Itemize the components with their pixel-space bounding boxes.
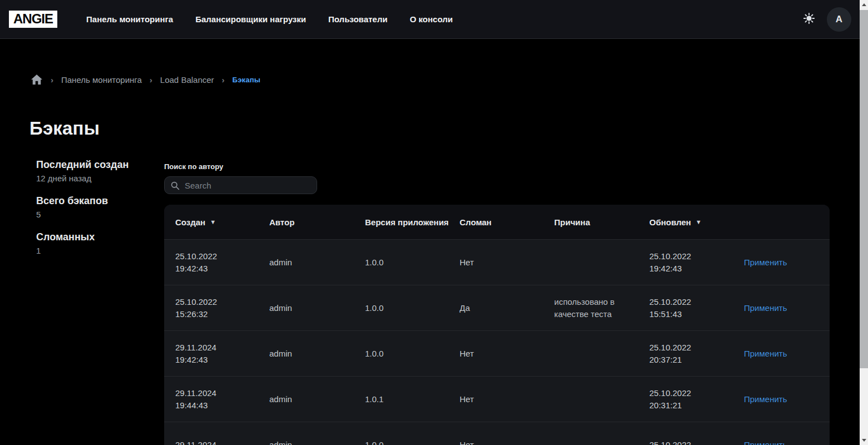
cell-updated: 25.10.2022 19:42:43 [649,250,744,275]
table-row: 29.11.2024 admin 1.0.0 Нет 25.10.2022 Пр… [164,422,830,445]
breadcrumb-item-load-balancer[interactable]: Load Balancer [160,75,214,85]
caret-down-icon: ▼ [210,219,216,225]
cell-actions: Применить [744,303,830,313]
apply-backup-link[interactable]: Применить [744,258,787,267]
theme-toggle-button[interactable] [799,9,819,29]
nav-item-users[interactable]: Пользователи [328,14,387,24]
table-row: 29.11.2024 19:44:43 admin 1.0.1 Нет 25.1… [164,376,830,422]
cell-actions: Применить [744,394,830,404]
cell-created: 29.11.2024 [175,439,269,445]
stat-value: 5 [36,207,159,221]
column-header-reason: Причина [554,217,649,227]
search-box[interactable] [164,176,317,194]
stat-label: Всего бэкапов [36,194,159,207]
cell-broken: Нет [460,394,554,404]
updated-time: 20:37:21 [649,354,735,366]
stat-value: 12 дней назад [36,171,159,185]
column-header-updated[interactable]: Обновлен ▼ [649,217,744,227]
cell-version: 1.0.1 [365,394,460,404]
nav-item-dashboard[interactable]: Панель мониторинга [86,14,173,24]
search-label: Поиск по автору [164,162,317,171]
scroll-up-button[interactable] [860,0,868,9]
cell-broken: Да [460,303,554,313]
created-date: 25.10.2022 [175,296,260,308]
user-avatar[interactable]: A [827,7,851,32]
created-date: 25.10.2022 [175,250,260,263]
apply-backup-link[interactable]: Применить [744,440,787,445]
stat-value: 1 [36,244,159,258]
breadcrumb-separator: › [222,75,225,85]
angie-logo[interactable]: ANGIE [9,11,57,28]
cell-author: admin [269,440,365,445]
created-time: 19:44:43 [175,399,260,412]
vertical-scrollbar[interactable] [860,0,868,445]
stat-last-created: Последний создан 12 дней назад [36,158,159,185]
search-icon [170,181,180,190]
column-header-broken: Сломан [460,217,554,227]
cell-version: 1.0.0 [365,258,460,267]
top-navbar: ANGIE Панель мониторинга Балансировщики … [0,0,860,39]
updated-time: 19:42:43 [649,263,735,275]
cell-created: 25.10.2022 15:26:32 [175,296,269,320]
home-icon[interactable] [31,74,43,85]
stat-label: Последний создан [36,158,159,171]
created-time: 19:42:43 [175,354,260,366]
cell-broken: Нет [460,440,554,445]
apply-backup-link[interactable]: Применить [744,349,787,358]
stat-label: Сломанных [36,230,159,244]
cell-created: 29.11.2024 19:44:43 [175,387,269,412]
updated-date: 25.10.2022 [649,439,735,445]
updated-date: 25.10.2022 [649,387,735,399]
updated-time: 15:51:43 [649,308,735,320]
breadcrumb-separator: › [51,75,53,85]
created-date: 29.11.2024 [175,387,260,399]
updated-date: 25.10.2022 [649,342,735,354]
apply-backup-link[interactable]: Применить [744,303,787,313]
cell-created: 25.10.2022 19:42:43 [175,250,269,275]
backups-table: Создан ▼ Автор Версия приложения Сломан … [164,205,830,445]
sun-icon [803,12,815,27]
created-time: 15:26:32 [175,308,260,320]
scrollbar-thumb[interactable] [860,10,868,368]
cell-broken: Нет [460,258,554,267]
caret-down-icon: ▼ [696,219,702,225]
updated-date: 25.10.2022 [649,250,735,263]
cell-author: admin [269,258,365,267]
nav-item-about[interactable]: О консоли [410,14,452,24]
search-input[interactable] [185,181,311,190]
breadcrumb-current-backups: Бэкапы [233,76,260,84]
stat-broken: Сломанных 1 [36,230,159,258]
cell-version: 1.0.0 [365,440,460,445]
scroll-down-button[interactable] [860,436,868,445]
cell-broken: Нет [460,349,554,358]
column-header-version: Версия приложения [365,217,460,227]
breadcrumb-separator: › [150,75,152,85]
cell-updated: 25.10.2022 20:37:21 [649,342,744,366]
table-row: 29.11.2024 19:42:43 admin 1.0.0 Нет 25.1… [164,330,830,376]
cell-version: 1.0.0 [365,303,460,313]
nav-item-load-balancers[interactable]: Балансировщики нагрузки [195,14,306,24]
updated-date: 25.10.2022 [649,296,735,308]
page-title: Бэкапы [29,118,100,139]
triangle-up-icon [862,3,866,6]
apply-backup-link[interactable]: Применить [744,394,787,404]
breadcrumb-item-dashboard[interactable]: Панель мониторинга [61,75,142,85]
cell-author: admin [269,303,365,313]
table-header-row: Создан ▼ Автор Версия приложения Сломан … [164,205,830,239]
cell-actions: Применить [744,349,830,358]
updated-time: 20:31:21 [649,399,735,412]
table-row: 25.10.2022 15:26:32 admin 1.0.0 Да испол… [164,285,830,330]
triangle-down-icon [862,439,866,442]
cell-updated: 25.10.2022 [649,439,744,445]
column-header-created[interactable]: Создан ▼ [175,217,269,227]
cell-author: admin [269,394,365,404]
created-date: 29.11.2024 [175,342,260,354]
table-row: 25.10.2022 19:42:43 admin 1.0.0 Нет 25.1… [164,239,830,285]
cell-actions: Применить [744,440,830,445]
stat-total-backups: Всего бэкапов 5 [36,194,159,221]
created-time: 19:42:43 [175,263,260,275]
cell-reason: использовано в качестве теста [554,296,649,320]
created-date: 29.11.2024 [175,439,260,445]
cell-updated: 25.10.2022 15:51:43 [649,296,744,320]
cell-created: 29.11.2024 19:42:43 [175,342,269,366]
